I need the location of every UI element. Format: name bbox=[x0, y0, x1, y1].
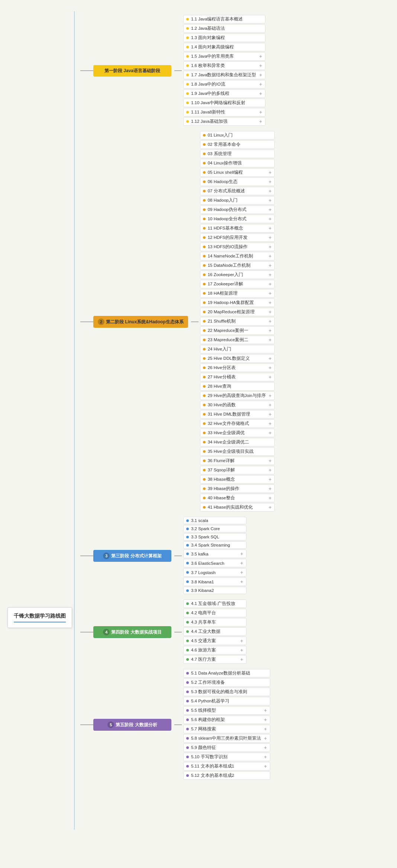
expand-icon[interactable]: + bbox=[266, 486, 272, 491]
expand-icon[interactable]: + bbox=[266, 337, 272, 343]
expand-icon[interactable]: + bbox=[266, 477, 272, 482]
expand-icon[interactable]: + bbox=[266, 458, 272, 464]
list-item[interactable]: 1.6 枚举和异常类+ bbox=[183, 61, 265, 70]
expand-icon[interactable]: + bbox=[261, 708, 267, 713]
list-item[interactable]: 20 MapReduce框架原理+ bbox=[200, 308, 275, 316]
list-item[interactable]: 40 Hbase整合+ bbox=[200, 494, 275, 502]
list-item[interactable]: 04 Linux操作增强 bbox=[200, 159, 275, 167]
expand-icon[interactable]: + bbox=[266, 179, 272, 185]
list-item[interactable]: 5.2 工作环境准备 bbox=[183, 678, 270, 687]
list-item[interactable]: 1.9 Java中的多线程+ bbox=[183, 89, 265, 98]
expand-icon[interactable]: + bbox=[266, 374, 272, 380]
expand-icon[interactable]: + bbox=[266, 393, 272, 398]
list-item[interactable]: 4.1 互金领域-广告投放 bbox=[183, 599, 246, 608]
list-item[interactable]: 1.7 Java数据结构和集合框架泛型+ bbox=[183, 71, 265, 79]
list-item[interactable]: 1.2 Java基础语法 bbox=[183, 24, 265, 33]
list-item[interactable]: 1.4 面向对象高级编程 bbox=[183, 43, 265, 51]
list-item[interactable]: 33 Hive企业级调优+ bbox=[200, 429, 275, 437]
list-item[interactable]: 36 Flume详解+ bbox=[200, 457, 275, 465]
list-item[interactable]: 23 Mapreduce案例二+ bbox=[200, 336, 275, 344]
list-item[interactable]: 5.11 文本的基本组成1+ bbox=[183, 762, 270, 771]
list-item[interactable]: 37 Sqoop详解+ bbox=[200, 466, 275, 474]
list-item[interactable]: 03 系统管理 bbox=[200, 150, 275, 158]
expand-icon[interactable]: + bbox=[266, 356, 272, 361]
list-item[interactable]: 4.6 旅游方案+ bbox=[183, 646, 246, 654]
list-item[interactable]: 3.6 ElasticSearch+ bbox=[183, 559, 246, 567]
list-item[interactable]: 3.3 Spark SQL bbox=[183, 533, 246, 541]
list-item[interactable]: 3.5 kafka+ bbox=[183, 550, 246, 558]
expand-icon[interactable]: + bbox=[266, 309, 272, 315]
list-item[interactable]: 11 HDFS基本概念+ bbox=[200, 224, 275, 233]
list-item[interactable]: 4.7 医疗方案+ bbox=[183, 655, 246, 664]
list-item[interactable]: 4.3 共享单车 bbox=[183, 618, 246, 627]
list-item[interactable]: 5.6 构建你的框架+ bbox=[183, 715, 270, 724]
list-item[interactable]: 3.7 Logstash+ bbox=[183, 568, 246, 577]
list-item[interactable]: 39 Hbase的操作+ bbox=[200, 484, 275, 493]
list-item[interactable]: 41 Hbase的实战和优化+ bbox=[200, 503, 275, 512]
expand-icon[interactable]: + bbox=[266, 253, 272, 259]
list-item[interactable]: 1.11 Java8新特性+ bbox=[183, 108, 265, 116]
list-item[interactable]: 26 Hive分区表+ bbox=[200, 363, 275, 372]
list-item[interactable]: 35 Hive企业级项目实战 bbox=[200, 447, 275, 456]
expand-icon[interactable]: + bbox=[266, 272, 272, 278]
expand-icon[interactable]: + bbox=[266, 318, 272, 324]
list-item[interactable]: 5.7 网格搜索+ bbox=[183, 725, 270, 733]
expand-icon[interactable]: + bbox=[266, 170, 272, 175]
expand-icon[interactable]: + bbox=[237, 570, 243, 575]
list-item[interactable]: 5.12 文本的基本组成2 bbox=[183, 771, 270, 780]
list-item[interactable]: 09 Hadoop伪分布式+ bbox=[200, 205, 275, 214]
list-item[interactable]: 19 Hadoop-HA集群配置+ bbox=[200, 298, 275, 307]
list-item[interactable]: 18 HA框架原理+ bbox=[200, 289, 275, 298]
list-item[interactable]: 30 Hive的函数+ bbox=[200, 401, 275, 409]
expand-icon[interactable]: + bbox=[266, 402, 272, 408]
expand-icon[interactable]: + bbox=[237, 657, 243, 662]
expand-icon[interactable]: + bbox=[266, 495, 272, 501]
expand-icon[interactable]: + bbox=[266, 198, 272, 203]
list-item[interactable]: 29 Hive的高级查询Join与排序+ bbox=[200, 391, 275, 400]
expand-icon[interactable]: + bbox=[261, 745, 267, 750]
expand-icon[interactable]: + bbox=[266, 467, 272, 473]
list-item[interactable]: 4.2 电商平台 bbox=[183, 609, 246, 617]
expand-icon[interactable]: + bbox=[266, 328, 272, 333]
list-item[interactable]: 5.10 手写数字识别+ bbox=[183, 753, 270, 761]
expand-icon[interactable]: + bbox=[237, 647, 243, 653]
expand-icon[interactable]: + bbox=[266, 411, 272, 417]
list-item[interactable]: 15 DataNode工作机制+ bbox=[200, 261, 275, 270]
expand-icon[interactable]: + bbox=[261, 763, 267, 769]
list-item[interactable]: 5.4 Python机器学习 bbox=[183, 697, 270, 705]
list-item[interactable]: 5.3 数据可视化的概念与准则 bbox=[183, 688, 270, 696]
list-item[interactable]: 06 Hadoop生态+ bbox=[200, 177, 275, 186]
expand-icon[interactable]: + bbox=[266, 281, 272, 287]
list-item[interactable]: 27 Hive分桶表+ bbox=[200, 373, 275, 381]
expand-icon[interactable]: + bbox=[266, 216, 272, 222]
expand-icon[interactable]: + bbox=[237, 551, 243, 557]
expand-icon[interactable]: + bbox=[266, 244, 272, 250]
list-item[interactable]: 13 HDFS的IO流操作+ bbox=[200, 243, 275, 251]
list-item[interactable]: 14 NameNode工作机制+ bbox=[200, 252, 275, 260]
list-item[interactable]: 28 Hive查询 bbox=[200, 382, 275, 391]
list-item[interactable]: 1.1 Java编程语言基本概述 bbox=[183, 15, 265, 23]
list-item[interactable]: 32 Hive文件存储格式+ bbox=[200, 419, 275, 428]
list-item[interactable]: 4.4 工业大数据 bbox=[183, 627, 246, 636]
expand-icon[interactable]: + bbox=[256, 54, 262, 59]
expand-icon[interactable]: + bbox=[266, 263, 272, 268]
list-item[interactable]: 3.9 Kibana2 bbox=[183, 587, 246, 594]
list-item[interactable]: 17 Zookeeper详解+ bbox=[200, 280, 275, 288]
expand-icon[interactable]: + bbox=[261, 736, 267, 741]
expand-icon[interactable]: + bbox=[237, 638, 243, 644]
expand-icon[interactable]: + bbox=[256, 81, 262, 87]
list-item[interactable]: 3.2 Spark Core bbox=[183, 525, 246, 532]
list-item[interactable]: 1.8 Java中的IO流+ bbox=[183, 80, 265, 89]
expand-icon[interactable]: + bbox=[256, 63, 262, 68]
expand-icon[interactable]: + bbox=[261, 726, 267, 732]
list-item[interactable]: 1.3 面向对象编程 bbox=[183, 33, 265, 42]
list-item[interactable]: 5.5 线择模型+ bbox=[183, 706, 270, 715]
expand-icon[interactable]: + bbox=[266, 235, 272, 240]
expand-icon[interactable]: + bbox=[266, 291, 272, 296]
list-item[interactable]: 3.1 scala bbox=[183, 517, 246, 524]
list-item[interactable]: 4.5 交通方案+ bbox=[183, 637, 246, 645]
list-item[interactable]: 5.8 sklearn中用三类朴素贝叶斯算法+ bbox=[183, 734, 270, 743]
list-item[interactable]: 38 Hbase概念+ bbox=[200, 475, 275, 484]
expand-icon[interactable]: + bbox=[266, 225, 272, 231]
expand-icon[interactable]: + bbox=[266, 300, 272, 305]
